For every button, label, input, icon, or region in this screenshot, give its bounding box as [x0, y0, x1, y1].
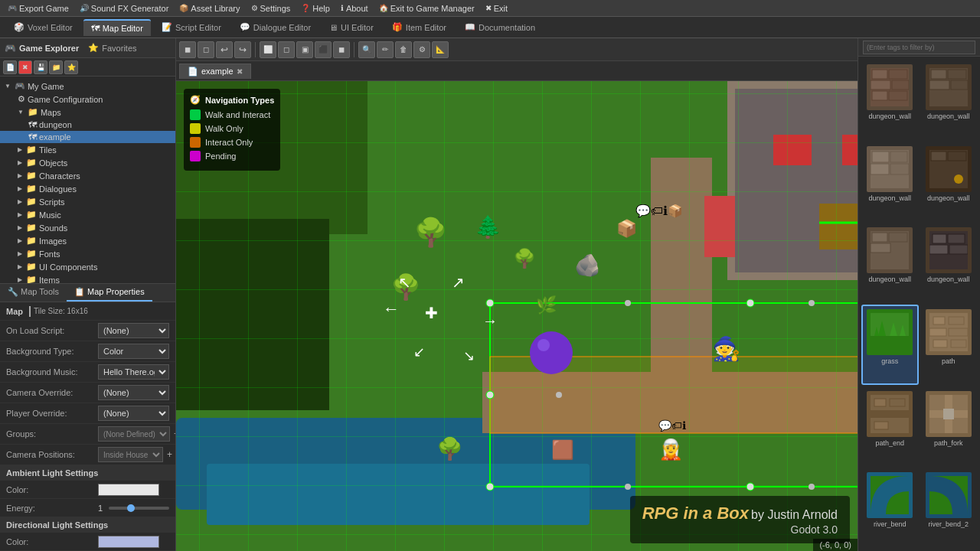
asset-dungeon-wall-2[interactable]: dungeon_wall	[920, 60, 978, 140]
open-file-btn[interactable]: ✖	[18, 60, 32, 74]
handle-t3	[808, 300, 815, 306]
asset-grass[interactable]: grass	[861, 305, 919, 385]
map-tool-1[interactable]: ⬜	[260, 41, 276, 58]
menu-settings[interactable]: ⚙ Settings	[247, 2, 296, 15]
menu-exit-game-manager[interactable]: 🏠 Exit to Game Manager	[374, 2, 479, 15]
map-tool-4[interactable]: ⬛	[315, 41, 332, 58]
tree-item-scripts[interactable]: ▶ 📁 Scripts	[0, 195, 175, 208]
handle-m2	[556, 392, 562, 398]
tree-item-maps[interactable]: ▼ 📁 Maps	[0, 106, 175, 119]
map-tool-10[interactable]: 📐	[432, 41, 449, 58]
menu-asset-library[interactable]: 📦 Asset Library	[175, 2, 244, 15]
tab-ui-editor[interactable]: 🖥 UI Editor	[322, 20, 381, 35]
tree-item-music[interactable]: ▶ 📁 Music	[0, 208, 175, 221]
tab-map-tools[interactable]: 🔧 Map Tools	[0, 284, 67, 302]
tree-item-images[interactable]: ▶ 📁 Images	[0, 234, 175, 247]
asset-path-end[interactable]: path_end	[861, 386, 919, 467]
walk-interact-color	[190, 109, 201, 120]
asset-dungeon-wall-6[interactable]: dungeon_wall	[920, 223, 978, 303]
map-btn-2[interactable]: ◻	[198, 41, 214, 58]
tree-item-items[interactable]: ▶ 📁 Items	[0, 273, 175, 283]
asset-path[interactable]: path	[920, 305, 978, 385]
map-tool-8[interactable]: 🗑	[395, 41, 412, 58]
bg-type-select[interactable]: Color	[98, 344, 169, 359]
asset-dungeon-wall-4[interactable]: dungeon_wall	[920, 142, 978, 222]
cam-add-btn[interactable]: +	[165, 448, 175, 461]
walk-only-color	[190, 123, 201, 134]
asset-river-bend-2[interactable]: river_bend_2	[920, 468, 978, 548]
asset-dungeon-wall-5[interactable]: dungeon_wall	[861, 223, 919, 303]
menu-exit[interactable]: ✖ Exit	[481, 2, 512, 15]
player-override-select[interactable]: (None)	[98, 406, 169, 421]
tab-dialogue-editor[interactable]: 💬 Dialogue Editor	[232, 19, 318, 35]
save-btn[interactable]: 💾	[34, 60, 47, 74]
svg-rect-27	[948, 234, 965, 243]
svg-rect-5	[872, 91, 887, 100]
dir-color-swatch[interactable]	[98, 536, 159, 548]
tree-item-dialogues[interactable]: ▶ 📁 Dialogues	[0, 182, 175, 195]
menu-about[interactable]: ℹ About	[336, 2, 373, 15]
tree-item-dungeon[interactable]: 🗺 dungeon	[0, 119, 175, 131]
folder-btn[interactable]: 📁	[49, 60, 63, 74]
tree-item-tiles[interactable]: ▶ 📁 Tiles	[0, 143, 175, 156]
map-tab-close[interactable]: ✖	[237, 67, 243, 76]
tree-7: 🌳	[436, 436, 463, 461]
player-override-label: Player Override:	[6, 409, 98, 418]
ambient-light-header[interactable]: Ambient Light Settings	[0, 465, 175, 481]
items-icon: 📁	[26, 275, 37, 283]
tree-item-sounds[interactable]: ▶ 📁 Sounds	[0, 221, 175, 234]
tree-item-ui[interactable]: ▶ 📁 UI Components	[0, 260, 175, 273]
pending-label: Pending	[205, 152, 236, 161]
menu-sound-fx[interactable]: 🔊 Sound FX Generator	[75, 2, 174, 15]
map-tab-example[interactable]: 📄 example ✖	[179, 64, 251, 79]
menu-help[interactable]: ❓ Help	[296, 2, 335, 15]
asset-dungeon-wall-1[interactable]: dungeon_wall	[861, 60, 919, 140]
directional-light-header[interactable]: Directional Light Settings	[0, 517, 175, 533]
tree-item-objects[interactable]: ▶ 📁 Objects	[0, 156, 175, 169]
tree-item-characters[interactable]: ▶ 📁 Characters	[0, 169, 175, 182]
tree-item-game-config[interactable]: ⚙ Game Configuration	[0, 93, 175, 106]
camera-override-select[interactable]: (None)	[98, 385, 169, 400]
map-tool-2[interactable]: ◻	[278, 41, 295, 58]
new-file-btn[interactable]: 📄	[3, 60, 17, 74]
map-viewport[interactable]: 🧭 Navigation Types Walk and Interact Wal…	[176, 81, 858, 551]
tab-map-editor[interactable]: 🗺 Map Editor	[83, 19, 151, 36]
groups-select[interactable]: (None Defined)	[98, 426, 170, 442]
on-load-script-select[interactable]: (None)	[98, 323, 169, 338]
ambient-energy-slider[interactable]	[109, 507, 169, 510]
ambient-energy-row: Energy: 1	[0, 499, 175, 517]
map-tool-9[interactable]: ⚙	[413, 41, 430, 58]
svg-rect-3	[871, 80, 890, 90]
map-btn-1[interactable]: ◼	[179, 41, 196, 58]
asset-filter-input[interactable]	[863, 41, 975, 54]
asset-dungeon-wall-3[interactable]: dungeon_wall	[861, 142, 919, 222]
tab-script-editor[interactable]: 📝 Script Editor	[154, 19, 229, 35]
tab-map-properties[interactable]: 📋 Map Properties	[67, 284, 152, 302]
walk-interact-label: Walk and Interact	[205, 110, 270, 119]
camera-positions-select[interactable]: Inside House	[98, 447, 163, 462]
tree-item-mygame[interactable]: ▼ 🎮 My Game	[0, 80, 175, 93]
tree-item-example[interactable]: 🗺 example	[0, 131, 175, 143]
asset-library-icon: 📦	[179, 4, 188, 12]
redo-btn[interactable]: ↪	[234, 41, 251, 58]
menu-export-game[interactable]: 🎮 Export Game	[3, 2, 74, 15]
asset-thumb-2	[926, 64, 972, 110]
map-tool-6[interactable]: 🔍	[358, 41, 375, 58]
groups-add-btn[interactable]: +	[172, 428, 175, 440]
ambient-color-swatch[interactable]	[98, 484, 159, 496]
map-tool-5[interactable]: ◼	[333, 41, 350, 58]
svg-rect-40	[949, 328, 968, 336]
tree-item-fonts[interactable]: ▶ 📁 Fonts	[0, 247, 175, 260]
bg-music-select[interactable]: Hello There.ogg	[98, 364, 169, 380]
asset-path-fork[interactable]: path_fork	[920, 386, 978, 467]
map-tool-3[interactable]: ▣	[296, 41, 313, 58]
tree-view[interactable]: ▼ 🎮 My Game ⚙ Game Configuration ▼ 📁 Map…	[0, 77, 175, 283]
tab-voxel-editor[interactable]: 🎲 Voxel Editor	[6, 19, 80, 35]
nav-item-walk-only: Walk Only	[190, 123, 274, 134]
map-tool-7[interactable]: ✏	[377, 41, 394, 58]
asset-river-bend[interactable]: river_bend	[861, 468, 919, 548]
tab-documentation[interactable]: 📖 Documentation	[457, 19, 543, 35]
tab-item-editor[interactable]: 🎁 Item Editor	[384, 19, 454, 35]
undo-btn[interactable]: ↩	[216, 41, 233, 58]
star-btn[interactable]: ⭐	[64, 60, 78, 74]
